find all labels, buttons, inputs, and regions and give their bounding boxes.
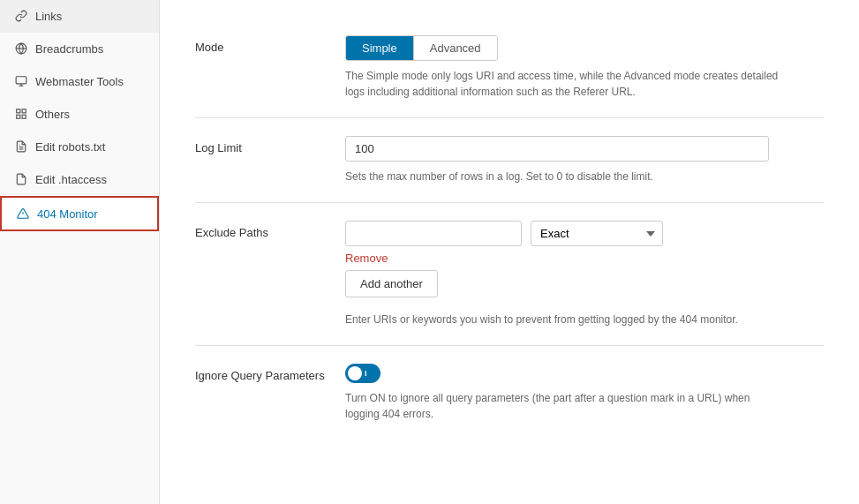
log-limit-control: Sets the max number of rows in a log. Se… (345, 136, 824, 184)
sidebar-item-webmaster-tools[interactable]: Webmaster Tools (0, 65, 159, 98)
svg-rect-7 (17, 115, 20, 118)
sidebar-links-label: Links (35, 10, 62, 23)
sidebar-robots-label: Edit robots.txt (35, 140, 105, 154)
sidebar-webmaster-label: Webmaster Tools (35, 75, 124, 88)
sidebar-item-others[interactable]: Others (0, 98, 159, 131)
sidebar-item-links[interactable]: Links (0, 0, 159, 33)
svg-rect-2 (16, 77, 26, 84)
add-another-button[interactable]: Add another (345, 270, 438, 297)
sidebar-others-label: Others (35, 108, 70, 121)
sidebar: Links Breadcrumbs Webmaster Tools (0, 0, 160, 504)
mode-help-text: The Simple mode only logs URI and access… (345, 68, 787, 100)
path-match-select[interactable]: Exact Contains Starts With Ends With (531, 221, 663, 246)
remove-link[interactable]: Remove (345, 252, 388, 265)
svg-rect-6 (22, 109, 26, 113)
sidebar-404-label: 404 Monitor (37, 207, 98, 221)
log-limit-input[interactable] (345, 136, 769, 162)
ignore-query-toggle[interactable]: I (345, 364, 381, 383)
exclude-paths-control: Exact Contains Starts With Ends With Rem… (345, 221, 824, 327)
webmaster-icon (14, 74, 28, 88)
exclude-paths-section: Exclude Paths Exact Contains Starts With… (195, 203, 824, 346)
sidebar-item-404-monitor[interactable]: 404 Monitor (0, 196, 159, 231)
htaccess-icon (14, 172, 28, 186)
ignore-query-control: I Turn ON to ignore all query parameters… (345, 364, 824, 422)
toggle-knob (348, 366, 362, 380)
exclude-paths-label: Exclude Paths (195, 221, 328, 239)
path-input[interactable] (345, 221, 522, 246)
sidebar-item-edit-robots[interactable]: Edit robots.txt (0, 131, 159, 163)
robots-icon (14, 139, 28, 154)
log-limit-row: Log Limit Sets the max number of rows in… (195, 136, 824, 184)
exclude-paths-help-text: Enter URIs or keywords you wish to preve… (345, 312, 787, 327)
exclude-paths-row: Exclude Paths Exact Contains Starts With… (195, 221, 824, 327)
exclude-path-row: Exact Contains Starts With Ends With (345, 221, 824, 246)
sidebar-htaccess-label: Edit .htaccess (35, 173, 107, 186)
ignore-query-row: Ignore Query Parameters I Turn ON to ign… (195, 364, 824, 422)
monitor-icon (16, 207, 30, 221)
simple-mode-button[interactable]: Simple (346, 36, 413, 60)
sidebar-item-edit-htaccess[interactable]: Edit .htaccess (0, 163, 159, 196)
advanced-mode-button[interactable]: Advanced (413, 36, 497, 60)
log-limit-label: Log Limit (195, 136, 328, 154)
toggle-wrapper: I (345, 364, 824, 383)
toggle-on-indicator: I (365, 369, 367, 378)
links-icon (14, 9, 28, 23)
mode-label: Mode (195, 35, 328, 54)
mode-control: Simple Advanced The Simple mode only log… (345, 35, 824, 100)
mode-section: Mode Simple Advanced The Simple mode onl… (195, 18, 824, 118)
log-limit-help-text: Sets the max number of rows in a log. Se… (345, 169, 787, 184)
svg-rect-5 (17, 109, 20, 113)
others-icon (14, 107, 28, 121)
ignore-query-label: Ignore Query Parameters (195, 364, 328, 382)
sidebar-item-breadcrumbs[interactable]: Breadcrumbs (0, 33, 159, 65)
svg-rect-8 (22, 115, 26, 118)
mode-buttons: Simple Advanced (345, 35, 498, 61)
ignore-query-help-text: Turn ON to ignore all query parameters (… (345, 390, 787, 422)
log-limit-section: Log Limit Sets the max number of rows in… (195, 118, 824, 203)
mode-row: Mode Simple Advanced The Simple mode onl… (195, 35, 824, 100)
sidebar-breadcrumbs-label: Breadcrumbs (35, 42, 103, 56)
breadcrumbs-icon (14, 41, 28, 56)
ignore-query-section: Ignore Query Parameters I Turn ON to ign… (195, 346, 824, 440)
main-content: Mode Simple Advanced The Simple mode onl… (160, 0, 859, 504)
